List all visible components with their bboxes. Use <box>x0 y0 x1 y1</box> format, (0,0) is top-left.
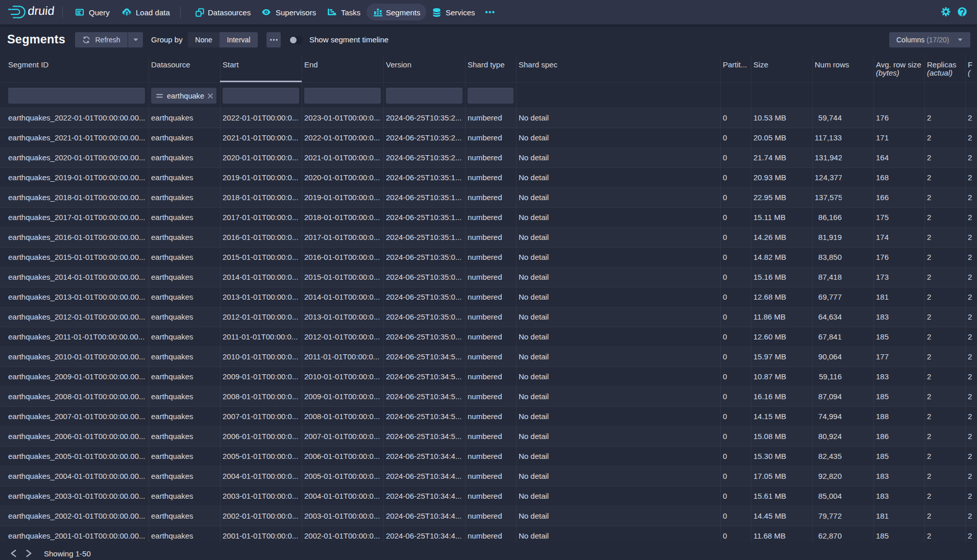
svg-text:druid: druid <box>27 4 55 17</box>
